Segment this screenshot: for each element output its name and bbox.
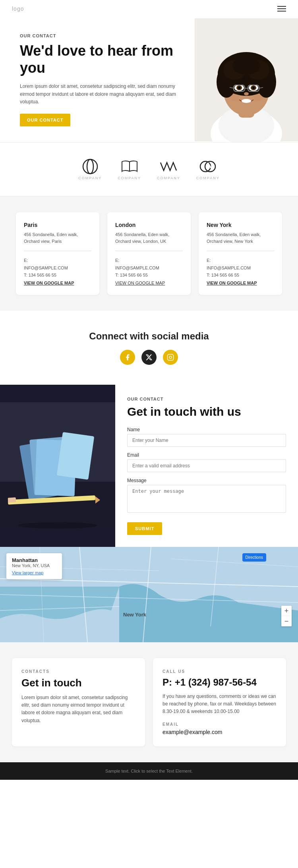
map-link-newyork[interactable]: VIEW ON GOOGLE MAP xyxy=(207,281,274,285)
office-info-london: E: INFO@SAMPLE.COM T: 134 565 66 55 xyxy=(115,257,183,279)
map-zoom-in-button[interactable]: + xyxy=(281,606,292,616)
logos-section: COMPANY COMPANY COMPANY COMPANY xyxy=(0,142,298,196)
logo-item-2: COMPANY xyxy=(118,159,141,180)
phone-paris: 134 565 66 55 xyxy=(29,273,56,277)
logo: logo xyxy=(12,6,24,12)
phone-newyork: 134 565 66 55 xyxy=(211,273,239,277)
offices-grid: Paris 456 Sondanella, Eden walk, Orchard… xyxy=(12,212,286,295)
office-card-paris: Paris 456 Sondanella, Eden walk, Orchard… xyxy=(16,212,99,295)
email-label-newyork: E: xyxy=(207,258,211,263)
form-group-email: Email xyxy=(127,452,286,472)
map-zoom-controls: + − xyxy=(281,606,292,626)
call-phone-number: P: +1 (324) 987-56-54 xyxy=(163,677,277,688)
map-background: New York Manhattan New York, NY, USA Vie… xyxy=(0,547,298,642)
name-label: Name xyxy=(127,427,286,432)
email-paris: INFO@SAMPLE.COM xyxy=(24,265,68,270)
email-input[interactable] xyxy=(127,459,286,472)
svg-rect-33 xyxy=(168,355,174,360)
contacts-card: CONTACTS Get in touch Lorem ipsum dolor … xyxy=(12,658,145,746)
message-textarea[interactable] xyxy=(127,485,286,513)
office-city-paris: Paris xyxy=(24,222,91,228)
office-city-newyork: New York xyxy=(207,222,274,228)
office-info-newyork: E: INFO@SAMPLE.COM T: 134 565 66 55 xyxy=(207,257,274,279)
logo-label-1: COMPANY xyxy=(78,176,102,180)
twitter-x-icon[interactable] xyxy=(141,350,157,365)
offices-section: Paris 456 Sondanella, Eden walk, Orchard… xyxy=(0,196,298,311)
email-section-label: EMAIL xyxy=(163,722,277,727)
svg-point-28 xyxy=(87,159,93,174)
map-state-label: New York, NY, USA xyxy=(12,563,56,568)
logo-label-2: COMPANY xyxy=(118,176,141,180)
email-label: Email xyxy=(127,452,286,458)
svg-point-26 xyxy=(253,95,263,101)
instagram-icon[interactable] xyxy=(163,350,178,365)
message-label: Message xyxy=(127,478,286,483)
footer: Sample text. Click to select the Text El… xyxy=(0,762,298,780)
phone-label-london: T: xyxy=(115,273,119,277)
office-address-paris: 456 Sondanella, Eden walk, Orchard view,… xyxy=(24,231,91,244)
contacts-card-description: Lorem ipsum dolor sit amet, consetetur s… xyxy=(21,694,135,725)
map-section: New York Manhattan New York, NY, USA Vie… xyxy=(0,547,298,642)
office-city-london: London xyxy=(115,222,183,228)
logo-icon-3 xyxy=(159,159,178,174)
menu-icon[interactable] xyxy=(277,6,286,12)
logo-item-3: COMPANY xyxy=(157,159,180,180)
contact-form-section: OUR CONTACT Get in touch with us Name Em… xyxy=(0,385,298,547)
svg-text:New York: New York xyxy=(123,612,147,618)
social-icons xyxy=(8,350,290,365)
office-card-newyork: New York 456 Sondanella, Eden walk, Orch… xyxy=(199,212,282,295)
svg-point-11 xyxy=(232,57,260,75)
map-directions-button[interactable]: Directions xyxy=(242,553,266,562)
logo-icon-1 xyxy=(80,159,100,174)
footer-text: Sample text. Click to select the Text El… xyxy=(12,769,286,773)
svg-rect-40 xyxy=(57,432,95,480)
office-card-london: London 456 Sondanella, Eden walk, Orchar… xyxy=(107,212,191,295)
call-card-description: If you have any questions, comments or i… xyxy=(163,693,277,716)
map-link-london[interactable]: VIEW ON GOOGLE MAP xyxy=(115,281,183,285)
bottom-contact-section: CONTACTS Get in touch Lorem ipsum dolor … xyxy=(0,642,298,762)
svg-point-17 xyxy=(252,87,255,89)
svg-point-25 xyxy=(230,95,239,101)
phone-label-newyork: T: xyxy=(207,273,210,277)
office-info-paris: E: INFO@SAMPLE.COM T: 134 565 66 55 xyxy=(24,257,91,279)
email-label-paris: E: xyxy=(24,258,28,263)
form-section-label: OUR CONTACT xyxy=(127,397,286,401)
email-label-london: E: xyxy=(115,258,119,263)
map-overlay-card: Manhattan New York, NY, USA View larger … xyxy=(6,553,62,579)
map-link-paris[interactable]: VIEW ON GOOGLE MAP xyxy=(24,281,91,285)
name-input[interactable] xyxy=(127,434,286,447)
facebook-icon[interactable] xyxy=(120,350,135,365)
office-address-newyork: 456 Sondanella, Eden walk, Orchard view,… xyxy=(207,231,274,244)
form-group-name: Name xyxy=(127,427,286,447)
logo-item-4: COMPANY xyxy=(196,159,220,180)
hero-portrait-svg xyxy=(195,17,298,142)
contact-form-image xyxy=(0,385,115,547)
hero-image xyxy=(195,17,298,142)
social-title: Connect with social media xyxy=(8,331,290,342)
svg-point-23 xyxy=(244,92,249,95)
logo-label-3: COMPANY xyxy=(157,176,180,180)
logo-icon-2 xyxy=(120,159,139,174)
stationery-image-svg xyxy=(0,385,115,547)
map-city-label: Manhattan xyxy=(12,557,56,563)
hero-title: We'd love to hear from you xyxy=(20,42,183,76)
svg-point-24 xyxy=(242,99,251,103)
hero-left: OUR CONTACT We'd love to hear from you L… xyxy=(0,17,195,142)
logo-label-4: COMPANY xyxy=(196,176,220,180)
contact-form-right: OUR CONTACT Get in touch with us Name Em… xyxy=(115,385,298,547)
call-card: CALL US P: +1 (324) 987-56-54 If you hav… xyxy=(153,658,286,746)
submit-button[interactable]: SUBMIT xyxy=(127,522,162,535)
form-title: Get in touch with us xyxy=(127,405,286,419)
email-newyork: INFO@SAMPLE.COM xyxy=(207,265,251,270)
map-view-larger-link[interactable]: View larger map xyxy=(12,570,56,575)
email-london: INFO@SAMPLE.COM xyxy=(115,265,159,270)
svg-point-27 xyxy=(83,159,97,174)
map-zoom-out-button[interactable]: − xyxy=(281,616,292,626)
hero-cta-button[interactable]: OUR CONTACT xyxy=(20,114,70,126)
logo-item-1: COMPANY xyxy=(78,159,102,180)
contacts-card-label: CONTACTS xyxy=(21,669,135,674)
svg-point-16 xyxy=(238,87,240,89)
phone-london: 134 565 66 55 xyxy=(120,273,148,277)
contacts-card-title: Get in touch xyxy=(21,677,135,689)
logo-icon-4 xyxy=(198,159,218,174)
